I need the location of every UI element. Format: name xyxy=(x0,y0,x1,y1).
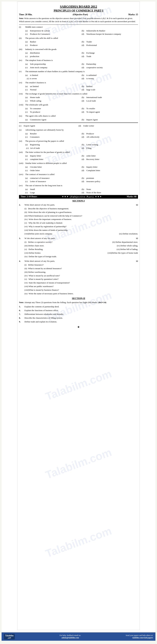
opt-text: distribution xyxy=(30,51,40,55)
opt-text: cooperative society xyxy=(86,66,103,69)
opt-text: order letter xyxy=(86,154,96,158)
footer-logo: Talabilm العلم xyxy=(4,634,15,640)
opt-letter: (d) xyxy=(82,158,86,161)
question-ix: (ix) The agent who sells shares is calle… xyxy=(19,114,138,121)
question-vii: (vii) The exchange of goods between two … xyxy=(19,92,138,102)
q6-row: 6. Explain the functions of business off… xyxy=(19,309,138,312)
question-xv: (xv) The rate of interest for the long t… xyxy=(19,184,138,194)
footer-url: talabilm.com/send-papers xyxy=(126,636,153,639)
opt-letter: (b) xyxy=(82,165,86,169)
q2-vi: (vi) Why is meant by registration of par… xyxy=(24,225,138,228)
q2-i: (i) Describe the objective of business m… xyxy=(24,207,138,210)
q9-text: Define trade and explain its evolution. xyxy=(24,320,57,324)
q4-vi: (vi) State the importance of means of tr… xyxy=(24,281,138,285)
q3-ix: (ix) Define the types of foreign trade. xyxy=(24,255,138,258)
marks-info-ii: (8x3=24) xyxy=(98,301,106,304)
opt-letter: (b) xyxy=(82,40,86,44)
opt-text: Producer xyxy=(86,132,94,136)
opt-letter: (d) xyxy=(82,88,86,92)
opt-letter: (d) xyxy=(82,146,86,150)
opt-text: is seven xyxy=(30,77,37,80)
question-xiii: (xiii) Similar letter written to differe… xyxy=(19,162,138,172)
opt-letter: (a) xyxy=(25,74,30,77)
subj-time: Time: 2:10 Hours xyxy=(20,196,37,198)
opt-text: Producer & Consumers xyxy=(30,32,50,36)
opt-text: Recovery letter xyxy=(86,158,100,161)
q-num-xii: (xii) xyxy=(19,150,25,154)
opt-letter: (a) xyxy=(25,62,30,66)
q-text-iv: The simplest from of business is xyxy=(25,58,138,62)
q-text-xi: The process of preserving the papers is … xyxy=(25,139,138,143)
opt-text: is twenty xyxy=(86,77,94,80)
opt-letter: (a) xyxy=(25,132,30,136)
q4-marks: 12 xyxy=(136,260,138,263)
opt-letter: (a) xyxy=(25,176,30,180)
q-text-xii: The letter written for the purchase of g… xyxy=(25,150,138,154)
q2-v: (v) Why the life of sole tradeship is li… xyxy=(24,221,138,225)
q3-vii: (vii) Define broker. xyxy=(24,251,41,255)
q-text-vi: The retailer's business is xyxy=(25,81,138,84)
q4-ii: (ii) What is meant by accidental Insuran… xyxy=(24,267,138,270)
q4-vii: (vii) What are public warehouses? xyxy=(24,285,138,288)
opt-letter: (c) xyxy=(25,88,30,92)
opt-letter: (d) xyxy=(82,169,86,172)
opt-text: complaint letter xyxy=(30,158,43,161)
q3-text: W rite short answer of any Six parts. xyxy=(24,236,136,240)
footer-right: Send your papers and help others at: tal… xyxy=(126,634,153,639)
q6-num: 6. xyxy=(19,309,24,312)
logo-text: Talabilm xyxy=(5,634,14,637)
opt-text: None xyxy=(86,188,91,191)
q5-row: 5. Explain the contents of partnership d… xyxy=(19,305,138,308)
opt-letter: (c) xyxy=(25,169,30,172)
opt-text: To producer xyxy=(30,110,40,114)
q-text-xiii: Similar letter written to different peop… xyxy=(25,162,138,165)
q-num-v: (v) xyxy=(19,70,25,73)
section-i-title: SECTION-I xyxy=(19,200,138,202)
question-viii: (viii) The wholesaler sells goods (a)To … xyxy=(19,103,138,114)
opt-text: Order letter xyxy=(30,169,40,172)
q4-iii: (iii) Define warehousing. xyxy=(24,270,138,274)
q4-ix: (ix) Write the name of necessary parts o… xyxy=(24,292,138,296)
question-xii: (xii) The letter written for the purchas… xyxy=(19,150,138,161)
q3-marks: 12 xyxy=(136,236,138,240)
q-text-i: Middle men connect xyxy=(25,25,138,29)
opt-text: Export Agent xyxy=(24,124,35,128)
q2-viii: (viii)Define joint stock company. xyxy=(24,232,52,236)
q-num-xv: (xv) xyxy=(19,184,25,187)
opt-letter: (d) xyxy=(82,66,86,69)
marks-objective: Marks: 15 xyxy=(128,13,138,16)
opt-letter: (a) xyxy=(25,143,30,146)
q-num-vii: (vii) xyxy=(19,92,25,96)
question-xiv: (xiv) The contract of insurance is calle… xyxy=(19,173,138,183)
opt-text: Commission Agent xyxy=(30,118,46,122)
opt-letter: (c) xyxy=(25,135,30,139)
question-x: (x) Advertising expenses are ultimately … xyxy=(19,128,138,139)
opt-letter: (d) xyxy=(78,124,83,128)
note-text-ii: Attempt any Three (3) questions from the… xyxy=(24,301,98,304)
opt-text: Warehouse keeper & Insurance company xyxy=(86,32,121,36)
opt-text: Art of trade xyxy=(30,146,40,150)
exam-info: Time: 20 Min. (Objective Part) Marks: 15 xyxy=(19,13,138,16)
opt-text: Under writer xyxy=(83,124,94,128)
opt-text: Partnership xyxy=(86,62,96,66)
opt-letter: (b) xyxy=(82,96,86,99)
question-v: (v) The minimum number of share holders … xyxy=(19,70,138,80)
q-num-xi: (xi) xyxy=(19,139,25,143)
q2-ii: (ii) Write down the role of planning in … xyxy=(24,210,138,214)
opt-text: insurance policy xyxy=(86,180,100,183)
opt-letter: (c) xyxy=(25,44,30,47)
q-num-xiv: (xiv) xyxy=(19,173,25,176)
q4-num: 4. xyxy=(19,260,24,263)
opt-letter: (a) xyxy=(25,118,30,122)
q-num-ix: (ix) xyxy=(19,114,25,118)
opt-text: Enterpreneur & Labour xyxy=(30,29,50,32)
q8-text: Describe the characteristics of filling … xyxy=(24,316,63,320)
board-title: SARGODHA BOARD 2012 xyxy=(19,5,138,8)
q9-row: 9. Define trade and explain its evolutio… xyxy=(19,320,138,324)
q-text-x: Advertising expenses are ultimately born… xyxy=(25,128,138,132)
q4-viii: (viii)What is meant by business finance? xyxy=(24,288,138,292)
opt-text: large scale xyxy=(86,88,95,92)
opt-text: Joint stock company xyxy=(30,66,48,69)
question-3: 3. W rite short answer of any Six parts.… xyxy=(19,236,138,258)
logo-box: Talabilm العلم xyxy=(4,634,15,640)
